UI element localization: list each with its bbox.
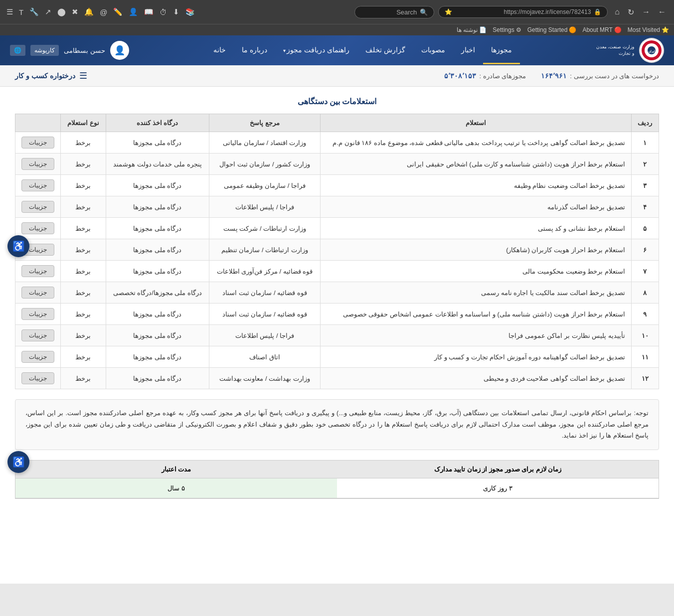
reader-icon[interactable]: 📖 (143, 6, 155, 18)
history-icon[interactable]: ⏱ (158, 6, 168, 18)
table-row: ۸ تصدیق برخط اصالت سند مالکیت یا اجاره ن… (15, 282, 659, 304)
cell-num: ۲ (631, 154, 659, 175)
bottom-grid: زمان لازم برای صدور مجوز از زمان تایید م… (15, 460, 659, 499)
search-icon: 🔍 (420, 8, 428, 16)
bookmarks-icon[interactable]: 📚 (184, 6, 196, 18)
refresh-button[interactable]: ↻ (625, 5, 637, 19)
globe-button[interactable]: 🌐 (10, 45, 25, 56)
forward-button[interactable]: → (639, 5, 653, 18)
home-button[interactable]: ⌂ (612, 5, 623, 18)
bookmark-about-mrt[interactable]: 🔴 About MRT (582, 26, 621, 33)
cell-num: ۵ (631, 218, 659, 239)
detail-button[interactable]: جزییات (21, 351, 54, 363)
cell-num: ۷ (631, 261, 659, 282)
stat-issued: مجوزهای صادره : ۵٬۳۰۸٬۱۵۳ (444, 72, 526, 80)
at-icon[interactable]: @ (98, 6, 109, 18)
cell-action[interactable]: جزییات (15, 154, 61, 175)
cell-gateway: درگاه ملی مجوزها (106, 346, 209, 368)
search-bar[interactable]: 🔍 Search (354, 6, 434, 18)
table-row: ۷ استعلام برخط وضعیت محکومیت مالی قوه قض… (15, 261, 659, 282)
accessibility-button-mid[interactable]: ♿ (7, 235, 29, 257)
browser-icons: 📚 ⬇ ⏱ 📖 👤 ✏️ @ 🔔 ✖ ⬤ ↗ 🔧 T ☰ (5, 6, 196, 18)
stats-bar: درخواست های در دست بررسی : ۱۶۴٬۹۶۱ مجوزه… (0, 65, 674, 87)
cell-action[interactable]: جزییات (15, 261, 61, 282)
nav-item-khaneh[interactable]: خانه (205, 37, 234, 64)
detail-button[interactable]: جزییات (21, 308, 54, 320)
karioushe-button[interactable]: کاریوشه (30, 45, 59, 56)
table-row: ۶ استعلام برخط احراز هویت کاربران (شاهکا… (15, 239, 659, 261)
page-title: درختواره کسب و کار (15, 72, 75, 80)
cell-action[interactable]: جزییات (15, 304, 61, 325)
list-icon: ☰ (79, 70, 87, 81)
downloads-icon[interactable]: ⬇ (171, 6, 181, 18)
user-avatar: 👤 (110, 41, 129, 60)
svg-text:ایران: ایران (649, 50, 655, 53)
circle-icon[interactable]: ⬤ (56, 6, 67, 18)
address-bar[interactable]: 🔒 https://mojavez.ir/license/782413 ⭐ (438, 6, 608, 18)
logo-section: ایران وزارت صنعت، معدن و تجارت (596, 38, 664, 63)
bottom-section: زمان لازم برای صدور مجوز از زمان تایید م… (15, 460, 659, 499)
font-icon[interactable]: T (17, 6, 25, 18)
detail-button[interactable]: جزییات (21, 137, 54, 149)
cell-gateway: درگاه ملی مجوزها/درگاه تخصصی (106, 282, 209, 304)
back-button[interactable]: ← (655, 5, 669, 18)
cell-type: برخط (61, 304, 106, 325)
accessibility-button-bottom[interactable]: ♿ (7, 451, 29, 473)
cell-action[interactable]: جزییات (15, 346, 61, 368)
bookmark-settings[interactable]: ⚙ Settings (493, 26, 521, 33)
cell-action[interactable]: جزییات (15, 175, 61, 196)
detail-button[interactable]: جزییات (21, 287, 54, 299)
detail-button[interactable]: جزییات (21, 179, 54, 191)
detail-button[interactable]: جزییات (21, 372, 54, 384)
cell-action[interactable]: جزییات (15, 325, 61, 346)
share-icon[interactable]: ↗ (43, 6, 53, 18)
nav-item-rahnamay[interactable]: راهنمای دریافت مجوز (275, 37, 358, 64)
cell-inquiry: استعلام برخط نشانی و کد پستی (320, 218, 631, 239)
detail-button[interactable]: جزییات (21, 222, 54, 234)
account-icon[interactable]: 👤 (127, 6, 140, 18)
cell-action[interactable]: جزییات (15, 282, 61, 304)
cell-reference: فراجا / پلیس اطلاعات (209, 325, 320, 346)
cell-action[interactable]: جزییات (15, 196, 61, 218)
cell-gateway: درگاه ملی مجوزها (106, 218, 209, 239)
menu-icon[interactable]: ☰ (5, 6, 14, 18)
cell-type: برخط (61, 261, 106, 282)
cell-inquiry: استعلام برخط احراز هویت کاربران (شاهکار) (320, 239, 631, 261)
cell-action[interactable]: جزییات (15, 132, 61, 154)
site-logo: ایران (639, 38, 664, 63)
bookmark-getting-started[interactable]: 🟠 Getting Started (527, 26, 577, 33)
pen-icon[interactable]: ✏️ (112, 6, 124, 18)
site-header: ایران وزارت صنعت، معدن و تجارت مجوزها اخ… (0, 35, 674, 65)
table-row: ۹ استعلام برخط احراز هویت (داشتن شناسه م… (15, 304, 659, 325)
nav-item-darbareh[interactable]: درباره ما (234, 37, 275, 64)
cell-type: برخط (61, 368, 106, 389)
detail-button[interactable]: جزییات (21, 158, 54, 170)
detail-button[interactable]: جزییات (21, 265, 54, 277)
tools-icon[interactable]: ✖ (70, 6, 80, 18)
detail-button[interactable]: جزییات (21, 201, 54, 213)
cell-num: ۹ (631, 304, 659, 325)
cell-action[interactable]: جزییات (15, 368, 61, 389)
bookmark-notes[interactable]: 📄 نوشته ها (457, 26, 487, 33)
nav-item-mojozha[interactable]: مجوزها (483, 37, 520, 64)
ext-icon[interactable]: 🔧 (28, 6, 40, 18)
col-header-reference: مرجع پاسخ (209, 114, 320, 132)
nav-item-gozaresh[interactable]: گزارش تخلف (357, 37, 413, 64)
cell-num: ۳ (631, 175, 659, 196)
bookmark-most-visited[interactable]: ⭐ Most Visited (628, 26, 669, 33)
table-row: ۳ تصدیق برخط اصالت وضعیت نظام وظیفه فراج… (15, 175, 659, 196)
col-header-num: ردیف (631, 114, 659, 132)
cell-inquiry: تأییدیه پلیس نظارت بر اماکن عمومی فراجا (320, 325, 631, 346)
cell-reference: وزارت ارتباطات / شرکت پست (209, 218, 320, 239)
section-title: استعلامات بین دستگاهی (15, 97, 659, 106)
nav-item-akhbar[interactable]: اخبار (453, 37, 483, 64)
cell-reference: وزارت کشور / سازمان ثبت احوال (209, 154, 320, 175)
issued-value: ۵٬۳۰۸٬۱۵۳ (444, 72, 476, 80)
col-header-inquiry: استعلام (320, 114, 631, 132)
cell-inquiry: تصدیق برخط اصالت گواهی صلاحیت فردی و محی… (320, 368, 631, 389)
nav-item-mosavabat[interactable]: مصوبات (413, 37, 453, 64)
detail-button[interactable]: جزییات (21, 329, 54, 341)
user-section: 👤 حسن بسطامی کاریوشه 🌐 (10, 41, 129, 60)
badge-icon[interactable]: 🔔 (83, 6, 95, 18)
cell-inquiry: استعلام برخط وضعیت محکومیت مالی (320, 261, 631, 282)
